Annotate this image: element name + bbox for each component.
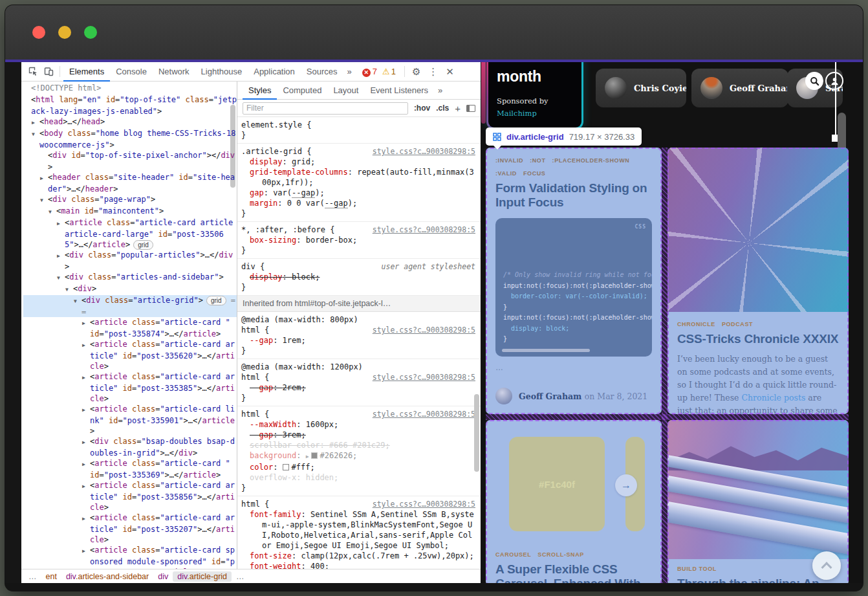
css-declaration[interactable]: font-family: Sentinel SSm A,Sentinel SSm…: [241, 509, 475, 551]
dom-tree-node[interactable]: ▼<main id="maincontent">: [23, 206, 237, 217]
dom-tree-node[interactable]: ▶<head>…</head>: [23, 116, 237, 128]
article-title[interactable]: CSS-Tricks Chronicle XXXIX: [677, 332, 839, 346]
article-title[interactable]: Form Validation Styling on Input Focus: [495, 181, 652, 209]
grid-badge[interactable]: grid: [133, 240, 153, 250]
css-declaration[interactable]: scrollbar-color: #666 #201c29;: [241, 440, 475, 450]
dom-tree-node[interactable]: ▼<div class="page-wrap">: [23, 194, 237, 206]
code-scrollbar[interactable]: [502, 349, 590, 352]
settings-gear-icon[interactable]: ⚙: [408, 66, 424, 78]
dom-tree-node[interactable]: ▶<article class="article-card article" i…: [23, 339, 237, 371]
css-declaration[interactable]: display: grid;: [241, 157, 475, 167]
dom-tree-node[interactable]: ▼<div class="articles-and-sidebar">: [23, 272, 237, 283]
css-rule[interactable]: user agent stylesheetdiv {display: block…: [237, 259, 481, 296]
error-badge[interactable]: ✕7: [362, 67, 377, 77]
css-rule[interactable]: style.css?c…900308298:5.article-grid {di…: [237, 144, 481, 222]
css-rule[interactable]: @media (max-width: 800px)style.css?c…900…: [237, 312, 481, 359]
computed-sidebar-toggle-icon[interactable]: [466, 105, 475, 112]
code-snippet[interactable]: CSS /* Only show invalid ring while not …: [495, 218, 652, 357]
elements-dom-tree[interactable]: <!DOCTYPE html> <html lang="en" id="top-…: [21, 82, 237, 569]
article-tag[interactable]: PODCAST: [722, 321, 753, 327]
device-toolbar-icon[interactable]: [41, 64, 56, 80]
close-devtools-icon[interactable]: ✕: [442, 66, 458, 78]
inspect-element-icon[interactable]: [25, 64, 41, 80]
dom-tree-node[interactable]: ▶<header class="site-header" id="site-he…: [23, 172, 237, 194]
tab-console[interactable]: Console: [110, 62, 153, 82]
dom-tree-node[interactable]: ▶<article class="article-card link" id="…: [23, 404, 237, 436]
tab-network[interactable]: Network: [153, 62, 195, 82]
css-declaration[interactable]: --maxWidth: 1600px;: [241, 419, 475, 430]
color-swatch[interactable]: [311, 452, 318, 459]
css-selector[interactable]: style.css?c…900308298:5.article-grid {: [241, 146, 475, 157]
breadcrumb-item[interactable]: …: [232, 571, 249, 582]
css-selector[interactable]: style.css?c…900308298:5html {: [241, 372, 475, 382]
tab-computed[interactable]: Computed: [277, 82, 327, 100]
breadcrumb-item[interactable]: …: [24, 571, 41, 582]
dom-tree-node[interactable]: ▶<div class="popular-articles">…</div>: [23, 250, 237, 272]
page-scrollbar-track[interactable]: [835, 62, 836, 135]
tab-event-listeners[interactable]: Event Listeners: [364, 82, 434, 100]
dom-tree-node[interactable]: ▶<article class="article-card " id="post…: [23, 317, 237, 339]
css-rule[interactable]: style.css?c…900308298:5html {--maxWidth:…: [237, 406, 481, 496]
scroll-to-top-button[interactable]: [812, 551, 841, 580]
article-tag[interactable]: :INVALID: [495, 157, 523, 164]
stylesheet-link[interactable]: style.css?c…900308298:5: [373, 146, 475, 157]
account-button[interactable]: [825, 72, 843, 90]
css-declaration[interactable]: --gap: 1rem;: [241, 335, 475, 346]
stylesheet-link[interactable]: style.css?c…900308298:5: [373, 372, 475, 382]
article-tag[interactable]: :PLACEHOLDER-SHOWN: [552, 157, 630, 164]
css-declaration[interactable]: grid-template-columns: repeat(auto-fill,…: [241, 167, 475, 188]
dom-tree-node[interactable]: ▶<article class="article-card " id="post…: [23, 458, 237, 480]
css-selector[interactable]: style.css?c…900308298:5html {: [241, 325, 475, 335]
css-rule[interactable]: style.css?c…900308298:5*, :after, :befor…: [237, 222, 481, 259]
css-declaration[interactable]: gap: var(--gap);: [241, 188, 475, 198]
article-tag[interactable]: BUILD TOOL: [677, 566, 717, 572]
toggle-class-button[interactable]: .cls: [436, 104, 449, 113]
carousel-next-icon[interactable]: →: [615, 474, 637, 496]
tab-application[interactable]: Application: [248, 62, 301, 82]
css-declaration[interactable]: --gap: 2rem;: [241, 382, 475, 393]
warning-badge[interactable]: ⚠1: [382, 67, 396, 76]
article-card-chronicle[interactable]: CHRONICLEPODCAST CSS-Tricks Chronicle XX…: [667, 148, 849, 414]
stylesheet-link[interactable]: style.css?c…900308298:5: [373, 325, 475, 335]
article-tag[interactable]: FOCUS: [523, 170, 546, 177]
css-declaration[interactable]: font-size: clamp(12px,calc(.7rem + .25vw…: [241, 551, 475, 561]
dom-tree-node[interactable]: ▶<article class="article-card sponsored …: [23, 545, 237, 569]
stylesheet-link[interactable]: style.css?c…900308298:5: [373, 225, 475, 235]
css-declaration[interactable]: overflow-x: hidden;: [241, 472, 475, 483]
css-declaration[interactable]: background: ▶#262626;: [241, 450, 475, 462]
article-tag[interactable]: SCROLL-SNAP: [537, 551, 584, 558]
site-search-button[interactable]: [805, 72, 823, 90]
css-rule[interactable]: style.css?c…900308298:5html {font-family…: [237, 496, 481, 569]
sponsored-month-card[interactable]: month Sponsored by Mailchimp: [486, 62, 583, 129]
tab-lighthouse[interactable]: Lighthouse: [195, 62, 248, 82]
css-rule[interactable]: @media (max-width: 1200px)style.css?c…90…: [237, 359, 481, 406]
breadcrumb-item[interactable]: div.articles-and-sidebar: [61, 571, 153, 582]
issues-badges[interactable]: ✕7 ⚠1: [357, 67, 401, 77]
css-declaration[interactable]: color: #fff;: [241, 462, 475, 472]
css-declaration[interactable]: margin: 0 0 var(--gap);: [241, 198, 475, 208]
dom-tree-node[interactable]: ▶<div class="bsap-doubles bsap-doubles-i…: [23, 436, 237, 458]
tab-styles[interactable]: Styles: [243, 82, 277, 100]
article-byline[interactable]: Geoff Graham on Mar 8, 2021: [495, 388, 647, 404]
dom-tree-node[interactable]: ▶<article class="article-card article ar…: [23, 217, 237, 250]
article-tag[interactable]: CAROUSEL: [495, 551, 531, 558]
styles-filter-input[interactable]: [243, 102, 408, 115]
css-declaration[interactable]: font-weight: 400;: [241, 561, 475, 569]
css-rule[interactable]: element.style {}: [237, 117, 481, 144]
stylesheet-link[interactable]: style.css?c…900308298:5: [373, 499, 475, 509]
dom-tree-node[interactable]: <!DOCTYPE html>: [23, 83, 237, 94]
breadcrumb-item[interactable]: div.article-grid: [173, 571, 232, 582]
css-declaration[interactable]: --gap: 3rem;: [241, 430, 475, 440]
css-selector[interactable]: element.style {: [241, 120, 475, 130]
author-name[interactable]: Geoff Graham: [519, 392, 581, 401]
breadcrumb-item[interactable]: div: [153, 571, 173, 582]
toggle-pseudo-button[interactable]: :hov: [414, 104, 430, 113]
dom-tree-node[interactable]: <div id="top-of-site-pixel-anchor"></div…: [23, 150, 237, 172]
more-tabs-button[interactable]: »: [343, 67, 356, 76]
article-card-carousel[interactable]: #F1c40f → CAROUSELSCROLL-SNAP A Super Fl…: [486, 420, 662, 583]
stylesheet-link[interactable]: style.css?c…900308298:5: [373, 409, 475, 419]
author-chip-geoff-graham[interactable]: Geoff Graham: [691, 69, 788, 107]
css-selector[interactable]: style.css?c…900308298:5html {: [241, 409, 475, 419]
grid-badge[interactable]: grid: [206, 296, 226, 305]
styles-scrollbar[interactable]: [474, 394, 479, 472]
